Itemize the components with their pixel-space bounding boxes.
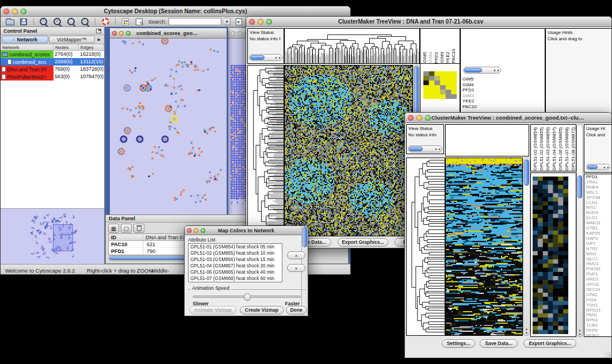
attribute-item[interactable]: GPL51-06 (GSM865) heat shock 40 min (189, 269, 282, 275)
treeview1-row-dendrogram[interactable] (247, 65, 284, 236)
gene-label[interactable]: GIM4 (462, 82, 477, 88)
zoom-in-button[interactable] (52, 17, 63, 26)
zoom-window-icon[interactable] (21, 9, 26, 14)
minimize-icon[interactable] (238, 31, 242, 36)
column-label[interactable]: GPL51-03 (GSM856) (545, 127, 550, 171)
dialog-titlebar[interactable]: Map Colors to Network (185, 226, 308, 235)
scroll-right-icon[interactable]: ▸ (279, 55, 281, 59)
zoom-window-icon[interactable] (126, 31, 131, 36)
scrollbar-thumb[interactable] (303, 227, 307, 247)
zoom-fit-button[interactable] (79, 17, 91, 26)
scrollbar-thumb[interactable] (409, 147, 423, 151)
minimize-icon[interactable] (258, 19, 263, 25)
minimize-icon[interactable] (12, 9, 18, 14)
attribute-item[interactable]: GPL51-01 (GSM854) heat shock 05 min (189, 244, 282, 250)
usage-hints-hscrollbar[interactable]: ◂ ▸ (586, 164, 610, 170)
attribute-item[interactable]: GPL51-04 (GSM857) heat shock 20 min (189, 263, 282, 269)
scrollbar-thumb[interactable] (587, 165, 598, 169)
gene-label[interactable]: MON2 (586, 334, 612, 337)
close-icon[interactable] (187, 228, 192, 233)
column-label[interactable]: GIM4 (428, 52, 433, 63)
network-row-selected[interactable]: combined_sco 2569(6) 13112(15) (1, 58, 104, 66)
scroll-right-icon[interactable]: ▸ (607, 165, 609, 169)
zoom-window-icon[interactable] (425, 115, 431, 121)
column-label[interactable]: PAC10 (451, 49, 456, 63)
main-titlebar[interactable]: Cytoscape Desktop (Session Name: collins… (1, 6, 350, 17)
scrollbar-thumb[interactable] (250, 55, 265, 60)
scroll-right-icon[interactable]: ▸ (498, 68, 499, 72)
import-table-button[interactable] (233, 17, 244, 26)
minimize-icon[interactable] (416, 115, 422, 121)
resize-grip[interactable] (605, 351, 611, 357)
help-button[interactable] (100, 17, 111, 26)
save-data-button[interactable]: Save Data... (480, 339, 518, 348)
column-label[interactable]: GIM5 (422, 52, 427, 63)
close-icon[interactable] (408, 115, 414, 121)
animate-vizmap-button[interactable]: Animate Vizmap (189, 306, 236, 315)
matrix-hscrollbar[interactable]: ◂ ▸ (463, 67, 501, 74)
select-attributes-button[interactable]: ▦ (108, 224, 119, 233)
minimize-icon[interactable] (194, 228, 198, 233)
scrollbar-thumb[interactable] (524, 159, 529, 186)
slider-thumb[interactable] (244, 293, 251, 301)
export-graphics-button[interactable]: Export Graphics... (338, 238, 388, 247)
zoom-out-button[interactable] (38, 17, 49, 26)
correlation-matrix-canvas[interactable] (423, 71, 457, 99)
scroll-down-icon[interactable]: ▾ (526, 331, 527, 335)
minimize-icon[interactable] (119, 31, 124, 36)
zoom-window-icon[interactable] (201, 228, 205, 233)
column-label[interactable]: PFD1 (434, 52, 439, 63)
view-status-hscrollbar[interactable]: ◂ ▸ (249, 54, 282, 61)
settings-button[interactable]: Settings... (442, 339, 475, 348)
treeview2-labels-vscrollbar[interactable]: ▴ ▾ (576, 124, 583, 337)
tab-vizmapper[interactable]: VizMapper™ (49, 36, 95, 43)
close-icon[interactable] (231, 31, 235, 36)
network-overview-canvas[interactable] (1, 209, 103, 262)
column-label[interactable]: GPL51-07 (GSM868) (564, 127, 569, 171)
scroll-right-icon[interactable]: ▸ (439, 147, 441, 151)
animation-speed-slider[interactable] (193, 296, 301, 298)
delete-attribute-button[interactable] (133, 224, 144, 233)
treeview1-titlebar[interactable]: ClusterMaker TreeView : DNA and Tran 07-… (246, 17, 611, 27)
view-status-hscrollbar[interactable]: ◂ ▸ (408, 145, 442, 152)
move-up-button[interactable]: ∧ (287, 251, 305, 259)
zoom-window-icon[interactable] (266, 19, 272, 25)
scrollbar-thumb[interactable] (577, 175, 582, 198)
close-icon[interactable] (3, 9, 9, 14)
column-label[interactable]: GPL51-06 (GSM865) (558, 127, 563, 171)
network-row-rnapuber[interactable]: RNAPuberNov2+ 563(0) 107847(0) (1, 73, 104, 81)
done-button[interactable]: Done (286, 306, 307, 315)
scroll-left-icon[interactable]: ◂ (435, 147, 437, 151)
gene-label[interactable]: GIM3 (462, 93, 477, 99)
row-dendrogram-canvas[interactable] (248, 66, 284, 236)
scroll-left-icon[interactable]: ◂ (275, 55, 277, 59)
scroll-up-icon[interactable]: ▴ (579, 328, 580, 332)
column-label[interactable]: GIM3 (439, 52, 445, 63)
column-label[interactable]: GPL51-08 (GSM872) (571, 127, 576, 171)
treeview2-heatmap-vscrollbar[interactable]: ▴ ▾ (523, 158, 530, 336)
search-dropdown-arrow[interactable]: ▼ (224, 18, 231, 25)
treeview1-column-dendrogram[interactable] (284, 28, 420, 64)
heatmap-canvas[interactable] (285, 66, 412, 236)
export-graphics-button[interactable]: Export Graphics... (523, 339, 576, 348)
tab-network[interactable]: ∴ Network (2, 36, 48, 43)
network-canvas[interactable] (110, 39, 227, 216)
close-icon[interactable] (249, 19, 255, 25)
attribute-item[interactable]: GPL51-02 (GSM855) heat shock 10 min (189, 250, 282, 256)
column-dendrogram-canvas[interactable] (285, 29, 419, 63)
zoom-heatmap-canvas[interactable] (533, 177, 568, 334)
tab-overflow-arrow[interactable]: ▶ (95, 37, 103, 42)
treeview1-heatmap[interactable] (284, 65, 413, 236)
network-row-combined-scores[interactable]: combined_scores 2764(0) 16218(0) (1, 51, 104, 58)
treeview2-column-dendrogram-area[interactable] (445, 124, 529, 156)
create-vizmap-button[interactable]: Create Vizmap (240, 306, 284, 315)
zoom-selected-button[interactable] (66, 17, 77, 26)
float-panel-icon[interactable] (96, 29, 101, 33)
network-view-window[interactable]: combined_scores_good.txt--cluste... (109, 27, 228, 214)
close-icon[interactable] (112, 31, 117, 36)
column-label[interactable]: GPL51-04 (GSM857) (552, 127, 557, 171)
network-window-titlebar[interactable]: combined_scores_good.txt--cluste... (110, 28, 227, 39)
scroll-left-icon[interactable]: ◂ (603, 165, 605, 169)
search-input[interactable] (169, 18, 221, 25)
heatmap-canvas[interactable] (446, 158, 522, 335)
